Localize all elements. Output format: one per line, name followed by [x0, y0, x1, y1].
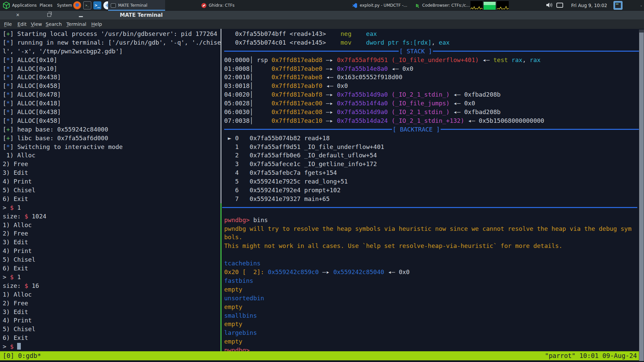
terminal-line: largebins [224, 328, 640, 337]
terminal-line: 6) Exit [3, 195, 220, 203]
memory-graph-icon[interactable] [484, 1, 496, 10]
close-button[interactable]: ✕ [13, 11, 23, 19]
vscode-icon [352, 3, 357, 8]
menu-search[interactable]: Search [46, 19, 62, 29]
terminal-line: [+] heap base: 0x559242c84000 [3, 125, 220, 134]
firefox-launcher-icon[interactable] [73, 1, 81, 9]
terminal-window-icon [111, 3, 116, 8]
panel-menu-system[interactable]: System [57, 0, 72, 11]
top-panel: Applications Places System >_ >_ ❉ MATE … [0, 0, 644, 11]
dragon-icon: Ʀ [415, 3, 420, 8]
terminal-line: 5) Chisel [3, 186, 220, 195]
menu-edit[interactable]: Edit [17, 19, 27, 29]
context-section-label: [ BACKTRACE ] [392, 126, 441, 133]
terminal-line: > $ 1 [3, 273, 220, 281]
display-tray-icon[interactable] [556, 3, 563, 8]
taskbar-label: Ghidra: CTFs [209, 3, 235, 8]
terminal-line: [*] ALLOC[0x438] [3, 73, 220, 82]
terminal-line: [*] ALLOC[0x458] [3, 82, 220, 90]
terminal-line: [+] Starting local process '/usr/bin/gdb… [3, 30, 220, 38]
powershell-launcher-icon[interactable]: >_ [93, 1, 101, 9]
window-title: MATE Terminal [120, 11, 163, 19]
cpu-graph-icon[interactable] [470, 1, 483, 10]
terminal-line: [+] libc base: 0x7fa55af6d000 [3, 134, 220, 143]
terminal-line: 1) Alloc [3, 290, 220, 299]
terminal-line: 1) Alloc [3, 151, 220, 160]
tmux-pane-process-io[interactable]: [+] Starting local process '/usr/bin/gdb… [3, 30, 220, 351]
terminal-line: pwndbg> bins [224, 216, 640, 224]
tmux-session-clock: "parrot" 10:01 09-Aug-24 [545, 351, 637, 360]
terminal-launcher-icon[interactable]: >_ [83, 1, 91, 9]
terminal-line: 3 0x7fa55afece1c _IO_getline_info+172 [224, 160, 640, 168]
terminal-line: 6 0x559241e792e4 prompt+102 [224, 186, 640, 195]
terminal-line: 5 0x559241e7925c read_long+51 [224, 177, 640, 186]
terminal-line: bols. [224, 233, 640, 242]
terminal-line: 00:0000│ rsp 0x7ffd817eabd8 —▸ 0x7fa55af… [224, 56, 640, 64]
panel-expand-chevron-icon[interactable]: ⌄ [640, 0, 643, 11]
volume-icon[interactable] [546, 2, 554, 9]
menu-terminal[interactable]: Terminal [66, 19, 86, 29]
terminal-area: [+] Starting local process '/usr/bin/gdb… [0, 29, 644, 351]
tray-terminal-icon[interactable] [613, 1, 623, 10]
window-titlebar: ✕ MATE Terminal [0, 11, 644, 19]
terminal-line: 3) Edit [3, 238, 220, 247]
scrollbar-thumb[interactable] [639, 33, 644, 361]
taskbar-item-mate-terminal[interactable]: MATE Terminal [108, 0, 165, 11]
parrot-logo-icon[interactable] [2, 1, 10, 9]
terminal-line: This might not work in all cases. Use `h… [224, 242, 640, 250]
terminal-line: 01:0008│ 0x7ffd817eabe0 —▸ 0x7fa55b14e8a… [224, 64, 640, 73]
tmux-pane-pwndbg[interactable]: 0x7fa55b074bff <read+143> neg eax 0x7fa5… [224, 30, 640, 355]
terminal-line: [*] ALLOC[0x438] [3, 108, 220, 116]
panel-clock[interactable]: Fri Aug 9, 10:02 [571, 0, 607, 11]
terminal-line: pwndbg will try to resolve the heap symb… [224, 224, 640, 233]
terminal-line: empty [224, 285, 640, 294]
panel-menu-places[interactable]: Places [40, 0, 52, 11]
terminal-line: tcachebins [224, 259, 640, 268]
restore-button[interactable] [44, 11, 54, 19]
terminal-line: [*] ALLOC[0x458] [3, 116, 220, 125]
terminal-line: [*] ALLOC[0x478] [3, 90, 220, 99]
terminal-line: 02:0010│ 0x7ffd817eabe8 ◂— 0x163c05552f9… [224, 73, 640, 82]
terminal-line: 2) Free [3, 160, 220, 168]
terminal-cursor [17, 343, 21, 350]
tmux-pane-border-vertical-active [220, 203, 221, 351]
terminal-line: fastbins [224, 276, 640, 285]
terminal-line: 05:0028│ 0x7ffd817eac00 —▸ 0x7fa55b14f4a… [224, 99, 640, 108]
terminal-scrollbar[interactable] [639, 30, 644, 361]
terminal-line: size: $ 16 [3, 281, 220, 290]
terminal-line: 4) Print [3, 177, 220, 186]
terminal-line: [*] Switching to interactive mode [3, 143, 220, 151]
taskbar-item-exploit-py[interactable]: exploit.py - UMDCTF -... [350, 0, 410, 11]
terminal-menubar: File Edit View Search Terminal Help [0, 19, 644, 29]
terminal-line: empty [224, 303, 640, 311]
terminal-line [224, 207, 640, 216]
terminal-line [224, 250, 640, 259]
menu-help[interactable]: Help [91, 19, 102, 29]
terminal-line: 1) Alloc [3, 221, 220, 229]
terminal-line: > $ [3, 342, 220, 351]
terminal-line: 4 0x7fa55afebc7a fgets+154 [224, 168, 640, 177]
terminal-line: 2) Free [3, 299, 220, 308]
terminal-line: l', '-x', '/tmp/pwn2wscbgp2.gdb'] [3, 47, 220, 56]
tmux-window-indicator[interactable]: [0] 0:gdb* [3, 351, 41, 360]
panel-menu-applications[interactable]: Applications [12, 0, 37, 11]
taskbar-item-ghidra[interactable]: Ghidra: CTFs [199, 0, 239, 11]
minimize-button[interactable] [76, 11, 86, 19]
menu-file[interactable]: File [4, 19, 12, 29]
terminal-line: 5) Chisel [3, 255, 220, 264]
terminal-line: 2 0x7fa55affb0e6 _IO_default_uflow+54 [224, 151, 640, 160]
context-closing-separator [222, 207, 637, 208]
terminal-line: 1 0x7fa55aff9d51 _IO_file_underflow+401 [224, 143, 640, 151]
terminal-line: [*] running in new terminal: ['/usr/bin/… [3, 38, 220, 47]
terminal-line: 7 0x559241e79327 main+65 [224, 195, 640, 203]
terminal-line: empty [224, 320, 640, 328]
taskbar-item-codebrowser[interactable]: Ʀ CodeBrowser: CTFs:/c... [412, 0, 473, 11]
terminal-line: 2) Free [3, 229, 220, 238]
terminal-line: 0x7fa55b074bff <read+143> neg eax [224, 30, 640, 38]
taskbar-label: MATE Terminal [118, 3, 147, 8]
terminal-line: empty [224, 337, 640, 346]
menu-view[interactable]: View [31, 19, 42, 29]
context-section-label: [ STACK ] [399, 48, 433, 55]
terminal-line: 07:0038│ 0x7ffd817eac10 —▸ 0x7fa55b14da2… [224, 116, 640, 125]
network-graph-icon[interactable] [497, 1, 509, 10]
